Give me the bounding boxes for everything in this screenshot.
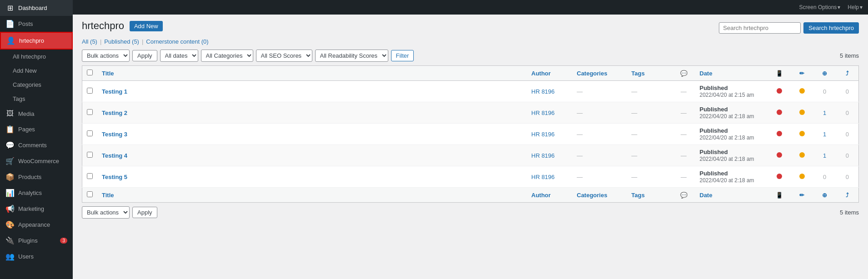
row-checkbox-cell [82, 102, 98, 124]
row-title-cell: Testing 1 [97, 81, 527, 102]
post-title-link-2[interactable]: Testing 2 [102, 110, 127, 116]
seo-dot-2 [799, 152, 805, 158]
help-button[interactable]: Help ▾ [848, 4, 863, 10]
row-checkbox-cell [82, 81, 98, 102]
tags-val-4: — [632, 152, 637, 159]
filter-sep-2: | [142, 38, 143, 45]
all-seo-select[interactable]: All SEO Scores [256, 50, 312, 62]
row-checkbox-3[interactable] [87, 130, 93, 136]
dashboard-icon: ⊞ [5, 4, 15, 12]
apply-button-bottom[interactable]: Apply [132, 207, 157, 218]
th-foot-date[interactable]: Date [695, 188, 768, 203]
bulk-actions-select-top[interactable]: Bulk actions [82, 50, 130, 62]
count1-link[interactable]: 1 [823, 110, 826, 116]
hrtechpro-icon: 👤 [6, 36, 15, 45]
th-foot-tags: Tags [627, 188, 672, 203]
bulk-actions-select-bottom[interactable]: Bulk actions [82, 206, 130, 219]
sidebar-item-label: Pages [18, 126, 35, 133]
author-link-3[interactable]: HR 8196 [532, 131, 555, 138]
sidebar-item-appearance[interactable]: 🎨 Appearance [0, 217, 73, 233]
row-count1-cell: 0 [813, 81, 836, 102]
sidebar-item-label: Dashboard [18, 5, 47, 11]
sidebar-item-media[interactable]: 🖼 Media [0, 106, 73, 121]
row-tags-cell: — [627, 166, 672, 188]
sidebar-item-label: Marketing [18, 205, 44, 212]
sidebar-item-categories[interactable]: Categories [0, 78, 73, 92]
author-link-4[interactable]: HR 8196 [532, 152, 555, 159]
sidebar-item-posts[interactable]: 📄 Posts [0, 16, 73, 32]
author-link-5[interactable]: HR 8196 [532, 174, 555, 180]
row-dot1-cell [768, 124, 791, 145]
th-date[interactable]: Date [695, 66, 768, 81]
row-checkbox-2[interactable] [87, 109, 93, 115]
page-title-area: hrtechpro Add New [82, 20, 163, 32]
all-dates-select[interactable]: All dates [160, 50, 198, 62]
sidebar-item-label: Users [18, 253, 34, 260]
add-new-button[interactable]: Add New [130, 21, 163, 31]
row-checkbox-1[interactable] [87, 88, 93, 94]
row-checkbox-5[interactable] [87, 173, 93, 179]
row-checkbox-4[interactable] [87, 152, 93, 158]
count1-val: 0 [823, 88, 826, 95]
post-title-link-1[interactable]: Testing 1 [102, 88, 127, 95]
sidebar-item-woocommerce[interactable]: 🛒 WooCommerce [0, 153, 73, 169]
count1-link[interactable]: 1 [823, 131, 826, 138]
sidebar-item-add-new[interactable]: Add New [0, 64, 73, 78]
select-all-footer-checkbox[interactable] [87, 191, 93, 197]
row-tags-cell: — [627, 124, 672, 145]
filter-tab-all[interactable]: All (5) [82, 37, 97, 46]
woocommerce-icon: 🛒 [5, 157, 15, 165]
row-dot1-cell [768, 166, 791, 188]
post-title-link-5[interactable]: Testing 5 [102, 174, 127, 180]
select-all-checkbox[interactable] [87, 70, 93, 75]
categories-val-2: — [577, 110, 583, 116]
sidebar-item-analytics[interactable]: 📊 Analytics [0, 185, 73, 201]
row-count2-cell: 0 [836, 166, 859, 188]
sidebar-item-comments[interactable]: 💬 Comments [0, 137, 73, 153]
filter-tab-cornerstone[interactable]: Cornerstone content (0) [146, 37, 208, 46]
media-icon: 🖼 [5, 110, 15, 118]
row-comments-cell: — [672, 166, 695, 188]
table-head: Title Author Categories Tags 💬 Date 📱 ✏ … [82, 66, 859, 81]
count1-link[interactable]: 1 [823, 152, 826, 159]
marketing-icon: 📢 [5, 204, 15, 213]
all-categories-select[interactable]: All Categories [201, 50, 253, 62]
th-mobile: 📱 [768, 66, 791, 81]
row-checkbox-cell [82, 124, 98, 145]
sidebar-item-plugins[interactable]: 🔌 Plugins 3 [0, 233, 73, 249]
sidebar-item-hrtechpro[interactable]: 👤 hrtechpro [0, 32, 73, 50]
post-title-link-4[interactable]: Testing 4 [102, 152, 127, 159]
sidebar: ⊞ Dashboard 📄 Posts 👤 hrtechpro All hrte… [0, 0, 73, 279]
sidebar-item-all-hrtechpro[interactable]: All hrtechpro [0, 50, 73, 64]
post-title-link-3[interactable]: Testing 3 [102, 131, 127, 138]
sidebar-item-marketing[interactable]: 📢 Marketing [0, 201, 73, 217]
table-row: Testing 3 HR 8196 — — — Published 2022/0… [82, 124, 859, 145]
sidebar-item-pages[interactable]: 📋 Pages [0, 121, 73, 137]
all-readability-select[interactable]: All Readability Scores [315, 50, 388, 62]
sidebar-item-products[interactable]: 📦 Products [0, 169, 73, 185]
author-link-1[interactable]: HR 8196 [532, 88, 555, 95]
search-button[interactable]: Search hrtechpro [803, 22, 859, 34]
search-input[interactable] [719, 22, 801, 34]
apply-button-top[interactable]: Apply [132, 50, 157, 61]
th-foot-comments: 💬 [672, 188, 695, 203]
bottom-toolbar: Bulk actions Apply 5 items [82, 206, 859, 219]
filter-button[interactable]: Filter [391, 50, 414, 61]
sidebar-item-users[interactable]: 👥 Users [0, 249, 73, 264]
sidebar-item-tags[interactable]: Tags [0, 92, 73, 106]
sidebar-item-dashboard[interactable]: ⊞ Dashboard [0, 0, 73, 16]
sidebar-item-label: Appearance [18, 221, 50, 228]
tags-val-3: — [632, 131, 637, 138]
row-tags-cell: — [627, 81, 672, 102]
count2-val: 0 [846, 152, 849, 159]
seo-dot-2 [799, 174, 805, 179]
screen-options-button[interactable]: Screen Options ▾ [799, 4, 841, 10]
author-link-2[interactable]: HR 8196 [532, 110, 555, 116]
filter-tab-published[interactable]: Published (5) [104, 37, 139, 46]
th-author: Author [527, 66, 572, 81]
th-title[interactable]: Title [97, 66, 527, 81]
row-checkbox-cell [82, 166, 98, 188]
plugins-badge: 3 [60, 238, 67, 244]
row-comments-cell: — [672, 81, 695, 102]
th-foot-title[interactable]: Title [97, 188, 527, 203]
